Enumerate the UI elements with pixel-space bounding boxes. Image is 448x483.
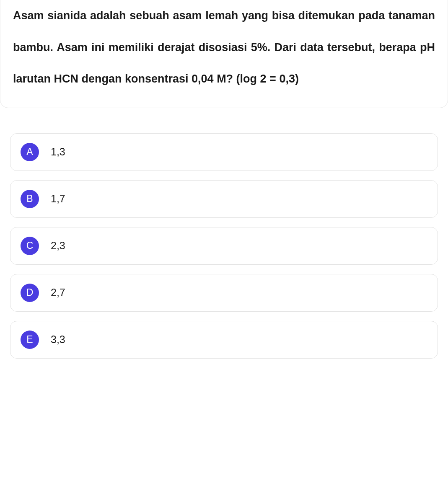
- option-letter-badge: E: [21, 331, 39, 349]
- options-container: A 1,3 B 1,7 C 2,3 D 2,7 E 3,3: [0, 108, 448, 359]
- option-b[interactable]: B 1,7: [10, 180, 438, 218]
- option-d[interactable]: D 2,7: [10, 274, 438, 312]
- option-letter-badge: A: [21, 143, 39, 161]
- option-letter-badge: B: [21, 190, 39, 208]
- question-text: Asam sianida adalah sebuah asam lemah ya…: [13, 0, 435, 95]
- option-text: 1,7: [51, 193, 65, 205]
- option-a[interactable]: A 1,3: [10, 133, 438, 171]
- option-letter-badge: D: [21, 284, 39, 302]
- option-c[interactable]: C 2,3: [10, 227, 438, 265]
- option-text: 2,3: [51, 240, 65, 252]
- option-text: 2,7: [51, 287, 65, 299]
- option-letter-badge: C: [21, 237, 39, 255]
- question-container: Asam sianida adalah sebuah asam lemah ya…: [0, 0, 448, 108]
- option-e[interactable]: E 3,3: [10, 321, 438, 359]
- option-text: 1,3: [51, 146, 65, 158]
- option-text: 3,3: [51, 333, 65, 346]
